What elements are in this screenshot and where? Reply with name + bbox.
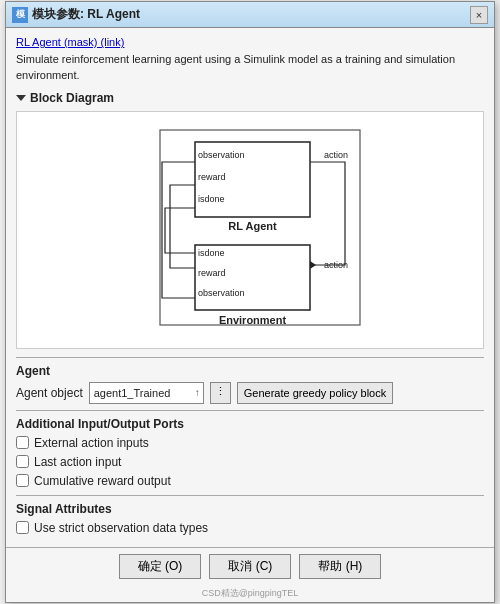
titlebar: 模 模块参数: RL Agent × — [6, 2, 494, 28]
footer-bar: 确定 (O) 取消 (C) 帮助 (H) — [6, 547, 494, 585]
window-title: 模块参数: RL Agent — [32, 6, 140, 23]
environment-label: Environment — [195, 314, 310, 326]
env-observation-port: observation — [198, 288, 245, 298]
watermark-text: CSD精选@pingpingTEL — [6, 585, 494, 602]
external-action-label: External action inputs — [34, 436, 149, 450]
last-action-label: Last action input — [34, 455, 121, 469]
additional-ports-title: Additional Input/Output Ports — [16, 417, 484, 431]
divider-1 — [16, 357, 484, 358]
signal-attributes-title: Signal Attributes — [16, 502, 484, 516]
agent-object-input-group: agent1_Trained ↑ — [89, 382, 204, 404]
rlagent-label: RL Agent — [195, 220, 310, 232]
close-button[interactable]: × — [470, 6, 488, 24]
last-action-row: Last action input — [16, 454, 484, 470]
agent-section-title: Agent — [16, 364, 484, 378]
more-options-btn[interactable]: ⋮ — [210, 382, 231, 404]
divider-3 — [16, 495, 484, 496]
external-action-checkbox[interactable] — [16, 436, 29, 449]
block-diagram-container: action action observation reward isdone … — [16, 111, 484, 349]
mask-link[interactable]: RL Agent (mask) (link) — [16, 36, 124, 48]
cumulative-reward-checkbox[interactable] — [16, 474, 29, 487]
cumulative-reward-label: Cumulative reward output — [34, 474, 171, 488]
help-button[interactable]: 帮助 (H) — [299, 554, 381, 579]
divider-2 — [16, 410, 484, 411]
rlagent-reward-port: reward — [198, 172, 226, 182]
block-diagram-label: Block Diagram — [30, 91, 114, 105]
env-reward-port: reward — [198, 268, 226, 278]
confirm-button[interactable]: 确定 (O) — [119, 554, 202, 579]
strict-observation-checkbox[interactable] — [16, 521, 29, 534]
collapse-icon[interactable] — [16, 95, 26, 101]
diagram-inner: action action observation reward isdone … — [90, 120, 410, 340]
main-window: 模 模块参数: RL Agent × RL Agent (mask) (link… — [5, 1, 495, 603]
workspace-icon[interactable]: ↑ — [194, 387, 201, 398]
rlagent-observation-port: observation — [198, 150, 245, 160]
strict-observation-row: Use strict observation data types — [16, 520, 484, 536]
svg-text:action: action — [324, 150, 348, 160]
external-action-row: External action inputs — [16, 435, 484, 451]
header-links: RL Agent (mask) (link) — [16, 36, 484, 48]
titlebar-left: 模 模块参数: RL Agent — [12, 6, 140, 23]
block-diagram-header: Block Diagram — [16, 91, 484, 105]
agent-object-row: Agent object agent1_Trained ↑ ⋮ Generate… — [16, 382, 484, 404]
content-area: RL Agent (mask) (link) Simulate reinforc… — [6, 28, 494, 547]
agent-object-label: Agent object — [16, 386, 83, 400]
svg-text:action: action — [324, 260, 348, 270]
cumulative-reward-row: Cumulative reward output — [16, 473, 484, 489]
agent-object-value[interactable]: agent1_Trained — [92, 387, 192, 399]
rlagent-isdone-port: isdone — [198, 194, 225, 204]
description-text: Simulate reinforcement learning agent us… — [16, 52, 484, 83]
last-action-checkbox[interactable] — [16, 455, 29, 468]
env-isdone-port: isdone — [198, 248, 225, 258]
strict-observation-label: Use strict observation data types — [34, 521, 208, 535]
window-icon: 模 — [12, 7, 28, 23]
svg-marker-3 — [310, 261, 316, 269]
cancel-button[interactable]: 取消 (C) — [209, 554, 291, 579]
generate-policy-btn[interactable]: Generate greedy policy block — [237, 382, 393, 404]
